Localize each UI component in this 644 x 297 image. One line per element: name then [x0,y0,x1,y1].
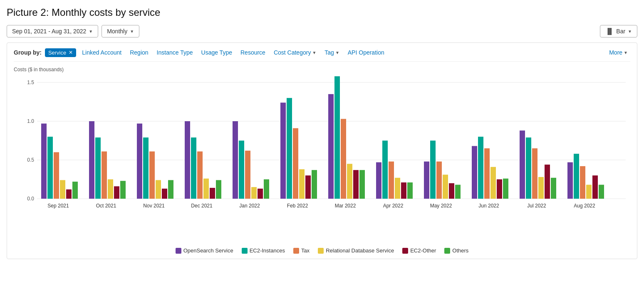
bar-opensearch-service-Feb-2022 [280,102,286,199]
group-region[interactable]: Region [127,48,151,57]
legend-color-relational-database-service [318,248,324,254]
group-tag[interactable]: Tag ▼ [322,48,342,57]
bar-relational-database-service-Mar-2022 [347,164,352,199]
bar-tax-Jan-2022 [245,151,250,199]
date-range-chevron-icon: ▼ [89,29,93,34]
legend-color-ec2-other [402,248,408,254]
legend-color-tax [293,248,299,254]
bar-opensearch-service-Dec-2021 [185,121,190,199]
chart-area: Costs ($ in thousands) 1.5 1.0 0.5 0.0 S… [14,67,630,254]
group-api-operation[interactable]: API Operation [345,48,387,57]
cost-category-chevron-icon: ▼ [312,50,316,55]
bar-relational-database-service-Jun-2022 [490,167,496,199]
active-group-tag[interactable]: Service ✕ [45,48,76,57]
group-linked-account[interactable]: Linked Account [79,48,124,57]
bar-opensearch-service-Jul-2022 [520,130,525,199]
legend-item-ec2-other: EC2-Other [402,247,436,254]
bar-ec2-instances-Dec-2021 [191,137,196,199]
group-resource[interactable]: Resource [238,48,268,57]
bar-others-Jun-2022 [503,179,508,199]
toolbar: Sep 01, 2021 - Aug 31, 2022 ▼ Monthly ▼ … [7,25,637,37]
bar-tax-Sep-2021 [54,152,59,199]
bar-relational-database-service-Apr-2022 [395,178,400,199]
bar-others-Apr-2022 [407,182,413,199]
group-more[interactable]: More ▼ [607,48,630,57]
legend-item-ec2-instances: EC2-Instances [242,247,285,254]
bar-tax-Jun-2022 [484,148,490,199]
group-cost-category-label: Cost Category [274,49,311,56]
active-group-label: Service [48,50,66,56]
x-axis-label-Jan-2022: Jan 2022 [239,203,260,209]
x-axis-label-Apr-2022: Apr 2022 [383,203,404,209]
svg-text:0.0: 0.0 [27,196,34,202]
group-usage-type[interactable]: Usage Type [199,48,235,57]
bar-chart-svg: 1.5 1.0 0.5 0.0 Sep 2021Oct 2021Nov 2021… [14,74,630,241]
bar-ec2-instances-Nov-2021 [143,137,149,199]
bar-tax-Jul-2022 [532,148,537,199]
more-label: More [609,49,622,56]
bar-relational-database-service-Oct-2021 [108,180,113,199]
x-axis-label-Nov-2021: Nov 2021 [143,203,165,209]
group-instance-type[interactable]: Instance Type [154,48,196,57]
x-axis-label-Dec-2021: Dec 2021 [191,203,213,209]
legend-label: EC2-Other [410,247,436,254]
legend-item-relational-database-service: Relational Database Service [318,247,394,254]
bar-relational-database-service-Feb-2022 [299,169,305,199]
bar-tax-Nov-2021 [149,152,155,199]
bar-ec2-instances-May-2022 [430,141,436,199]
remove-group-icon[interactable]: ✕ [69,50,73,55]
date-range-button[interactable]: Sep 01, 2021 - Aug 31, 2022 ▼ [7,25,98,37]
x-axis-label-Jul-2022: Jul 2022 [527,203,546,209]
bar-relational-database-service-Dec-2021 [203,179,209,199]
bar-ec2-instances-Jul-2022 [526,137,531,199]
bar-others-Jan-2022 [264,180,269,199]
bar-ec2-other-Feb-2022 [305,175,311,199]
chart-legend: OpenSearch ServiceEC2-InstancesTaxRelati… [14,247,630,254]
y-axis-label: Costs ($ in thousands) [14,67,630,72]
bar-ec2-instances-Sep-2021 [47,137,53,199]
group-tag-label: Tag [324,49,334,56]
bar-tax-May-2022 [436,162,442,199]
x-axis-label-Feb-2022: Feb 2022 [287,203,308,209]
chart-type-chevron-icon: ▼ [628,29,632,34]
bar-opensearch-service-Aug-2022 [567,162,573,199]
page-title: Picture 2: Monthly costs by service [7,7,637,18]
bar-opensearch-service-Jan-2022 [233,121,238,199]
legend-color-ec2-instances [242,248,248,254]
chart-type-button[interactable]: ▐▌ Bar ▼ [600,25,637,37]
bar-tax-Apr-2022 [389,162,394,199]
bar-ec2-instances-Jan-2022 [239,141,244,199]
granularity-button[interactable]: Monthly ▼ [102,25,139,37]
bar-ec2-instances-Oct-2021 [95,137,101,199]
x-axis-label-Sep-2021: Sep 2021 [47,203,69,209]
svg-text:1.0: 1.0 [27,118,34,124]
bar-chart-icon: ▐▌ [605,28,614,35]
bar-others-Nov-2021 [168,180,173,199]
bar-relational-database-service-May-2022 [443,175,448,199]
bar-tax-Aug-2022 [580,166,585,199]
legend-color-others [444,248,450,254]
legend-label: Others [452,247,468,254]
bar-opensearch-service-Mar-2022 [328,94,334,199]
bar-others-Aug-2022 [599,185,604,199]
bar-ec2-instances-Feb-2022 [287,98,292,199]
group-cost-category[interactable]: Cost Category ▼ [271,48,319,57]
legend-color-opensearch-service [176,248,181,254]
legend-item-tax: Tax [293,247,310,254]
bar-opensearch-service-Nov-2021 [137,124,142,199]
legend-label: EC2-Instances [250,247,285,254]
tag-chevron-icon: ▼ [335,50,339,55]
chart-container: Group by: Service ✕ Linked Account Regio… [7,42,637,259]
group-by-row: Group by: Service ✕ Linked Account Regio… [14,48,630,62]
bar-ec2-other-Jun-2022 [497,180,502,199]
x-axis-label-Aug-2022: Aug 2022 [574,203,595,209]
bar-ec2-instances-Apr-2022 [382,141,388,199]
bar-opensearch-service-May-2022 [424,162,429,199]
bar-tax-Dec-2021 [197,152,203,199]
svg-text:1.5: 1.5 [27,80,34,85]
svg-text:0.5: 0.5 [27,157,34,163]
bar-opensearch-service-Apr-2022 [376,162,381,199]
bar-opensearch-service-Oct-2021 [89,121,94,199]
granularity-label: Monthly [107,28,127,35]
bar-others-Jul-2022 [551,178,556,199]
